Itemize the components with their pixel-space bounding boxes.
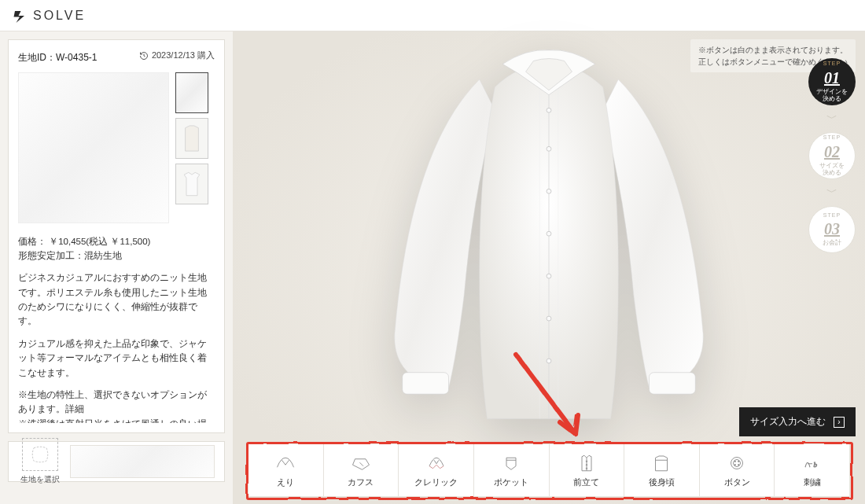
svg-point-20 bbox=[738, 464, 740, 465]
fabric-picker-strip[interactable] bbox=[70, 445, 215, 478]
step-3[interactable]: STEP 03 お会計 bbox=[808, 206, 856, 253]
svg-point-17 bbox=[734, 461, 736, 462]
option-collar[interactable]: えり bbox=[248, 444, 324, 496]
logo-icon bbox=[13, 9, 27, 23]
fabric-swatch-main[interactable] bbox=[18, 72, 169, 223]
top-bar: SOLVE bbox=[0, 0, 865, 31]
option-cleric[interactable]: クレリック bbox=[399, 444, 474, 496]
option-button[interactable]: ボタン bbox=[700, 444, 775, 496]
thumb-shirt-worn[interactable] bbox=[175, 118, 208, 159]
thumb-fabric[interactable] bbox=[175, 72, 208, 113]
thumb-shirt-flat[interactable] bbox=[175, 164, 208, 204]
svg-rect-10 bbox=[403, 373, 449, 394]
shirt-preview[interactable] bbox=[360, 41, 738, 442]
svg-point-7 bbox=[547, 274, 551, 278]
svg-point-4 bbox=[547, 146, 551, 151]
brand-logo[interactable]: SOLVE bbox=[13, 9, 86, 23]
left-sidebar: 生地ID：W-0435-1 2023/12/13 購入 価格： ￥10,455(… bbox=[0, 31, 233, 504]
configurator-stage: ※ボタンは白のまま表示されております。正しくはボタンメニューで確かめください S… bbox=[233, 31, 865, 504]
chevron-right-icon: › bbox=[834, 417, 845, 428]
svg-point-5 bbox=[547, 189, 551, 193]
brand-name: SOLVE bbox=[33, 9, 86, 23]
option-pocket[interactable]: ポケット bbox=[474, 444, 550, 496]
fabric-panel: 生地ID：W-0435-1 2023/12/13 購入 価格： ￥10,455(… bbox=[8, 39, 225, 433]
svg-point-18 bbox=[738, 461, 740, 462]
svg-rect-11 bbox=[650, 373, 696, 394]
svg-point-8 bbox=[547, 316, 551, 321]
fabric-picker-label: 生地を選択 bbox=[20, 474, 60, 485]
fabric-id: 生地ID：W-0435-1 bbox=[18, 51, 97, 64]
option-back[interactable]: 後身頃 bbox=[624, 444, 700, 496]
history-icon bbox=[139, 51, 149, 61]
chevron-down-icon: ﹀ bbox=[826, 186, 837, 200]
option-cuffs[interactable]: カフス bbox=[324, 444, 399, 496]
svg-point-6 bbox=[547, 231, 551, 236]
svg-point-9 bbox=[547, 359, 551, 363]
design-option-bar: えり カフス クレリック ポケット 前立て 後身頃 bbox=[248, 444, 849, 496]
chevron-down-icon: ﹀ bbox=[826, 112, 837, 126]
step-1[interactable]: STEP 01 デザインを 決める bbox=[808, 58, 856, 105]
option-embroidery[interactable]: b 刺繍 bbox=[775, 444, 849, 496]
fabric-purchase-date: 2023/12/13 購入 bbox=[139, 50, 215, 61]
step-2[interactable]: STEP 02 サイズを 決める bbox=[808, 132, 856, 179]
svg-point-19 bbox=[734, 464, 736, 465]
fabric-picker[interactable]: 生地を選択 bbox=[8, 441, 225, 482]
svg-point-3 bbox=[547, 108, 551, 112]
fabric-picker-chip-icon bbox=[22, 438, 58, 471]
svg-text:b: b bbox=[813, 461, 817, 469]
svg-point-16 bbox=[734, 459, 741, 466]
step-indicator: STEP 01 デザインを 決める ﹀ STEP 02 サイズを 決める ﹀ S… bbox=[808, 58, 856, 253]
option-placket[interactable]: 前立て bbox=[550, 444, 625, 496]
proceed-to-size-button[interactable]: サイズ入力へ進む › bbox=[739, 407, 856, 436]
fabric-info: 価格： ￥10,455(税込 ￥11,500)形態安定加工：混紡生地 ビジネスカ… bbox=[18, 234, 215, 423]
svg-point-15 bbox=[731, 457, 743, 469]
